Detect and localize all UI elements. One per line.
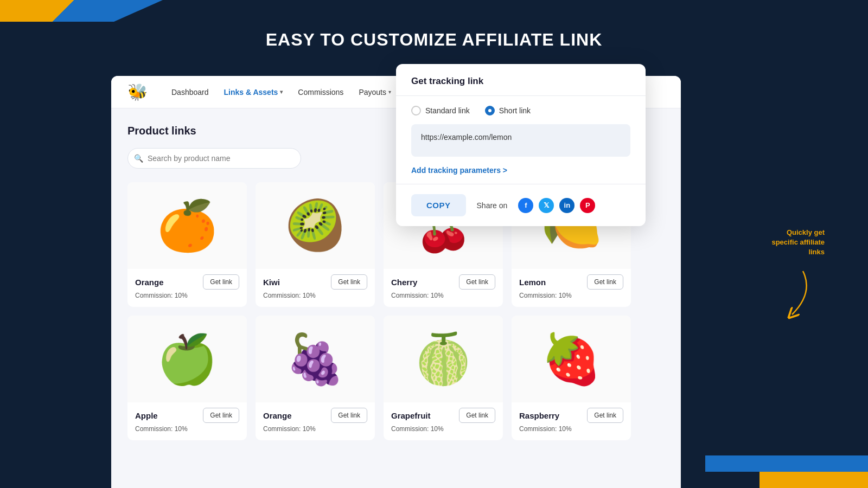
product-name-raspberry: Raspberry — [519, 411, 559, 420]
product-name-kiwi: Kiwi — [263, 278, 280, 287]
search-container: 🔍 — [127, 148, 301, 169]
get-link-button-grapes[interactable]: Get link — [331, 408, 367, 423]
product-name-grapes: Orange — [263, 411, 292, 420]
short-link-label: Short link — [499, 106, 531, 115]
product-name-apple: Apple — [135, 411, 158, 420]
nav-link-commissions[interactable]: Commissions — [298, 88, 343, 97]
apple-emoji: 🍏 — [157, 335, 218, 383]
nav-link-links-assets[interactable]: Links & Assets ▾ — [224, 88, 283, 97]
arrow-annotation: Quickly get specific affiliate links — [760, 260, 825, 328]
get-link-button-cherry[interactable]: Get link — [459, 274, 495, 290]
product-commission-grapefruit: Commission: 10% — [384, 423, 503, 433]
nav-item-payouts[interactable]: Payouts ▾ — [359, 88, 391, 97]
grapefruit-emoji: 🍈 — [413, 335, 474, 383]
radio-short-link[interactable]: Short link — [485, 106, 531, 115]
nav-link-payouts[interactable]: Payouts ▾ — [359, 88, 391, 97]
navbar-logo: 🐝 — [127, 82, 150, 101]
radio-circle-standard — [411, 106, 421, 115]
popup-link-options: Standard link Short link — [396, 96, 646, 115]
product-info-lemon: Lemon Get link — [512, 269, 631, 290]
product-info-cherry: Cherry Get link — [384, 269, 503, 290]
popup-footer: COPY Share on f 𝕏 in P — [396, 184, 646, 226]
social-icons: f 𝕏 in P — [518, 198, 595, 213]
product-info-kiwi: Kiwi Get link — [256, 269, 375, 290]
add-tracking-parameters-link[interactable]: Add tracking parameters > — [411, 166, 507, 175]
product-image-kiwi: 🥝 — [256, 182, 375, 269]
share-on-label: Share on — [477, 201, 508, 210]
kiwi-emoji: 🥝 — [285, 201, 346, 250]
product-card-orange: 🍊 Orange Get link Commission: 10% — [127, 182, 247, 307]
pinterest-icon[interactable]: P — [580, 198, 595, 213]
product-commission-apple: Commission: 10% — [127, 423, 247, 433]
bottom-right-accent-gold — [760, 472, 868, 488]
product-image-raspberry: 🍓 — [512, 316, 631, 402]
product-image-orange: 🍊 — [127, 182, 247, 269]
tracking-popup: Get tracking link Standard link Short li… — [396, 64, 646, 226]
product-commission-lemon: Commission: 10% — [512, 290, 631, 299]
nav-item-commissions[interactable]: Commissions — [298, 87, 343, 97]
popup-tracking-link: Add tracking parameters > — [396, 165, 646, 184]
get-link-button-apple[interactable]: Get link — [203, 408, 239, 423]
product-card-apple: 🍏 Apple Get link Commission: 10% — [127, 316, 247, 440]
product-commission-grapes: Commission: 10% — [256, 423, 375, 433]
grapes-emoji: 🍇 — [285, 335, 346, 383]
get-link-button-grapefruit[interactable]: Get link — [459, 408, 495, 423]
radio-circle-short — [485, 106, 495, 115]
product-card-grapes: 🍇 Orange Get link Commission: 10% — [256, 316, 375, 440]
standard-link-label: Standard link — [425, 106, 470, 115]
raspberry-emoji: 🍓 — [541, 335, 602, 383]
product-info-raspberry: Raspberry Get link — [512, 402, 631, 423]
copy-button[interactable]: COPY — [411, 194, 466, 216]
get-link-button-kiwi[interactable]: Get link — [331, 274, 367, 290]
popup-url-box: https://example.com/lemon — [411, 124, 630, 157]
get-link-button-orange[interactable]: Get link — [203, 274, 239, 290]
product-name-orange: Orange — [135, 278, 164, 287]
orange-emoji: 🍊 — [157, 201, 218, 250]
twitter-icon[interactable]: 𝕏 — [539, 198, 554, 213]
product-name-lemon: Lemon — [519, 278, 546, 287]
facebook-icon[interactable]: f — [518, 198, 533, 213]
bottom-right-accent-blue — [705, 455, 868, 472]
popup-header: Get tracking link — [396, 64, 646, 96]
product-info-apple: Apple Get link — [127, 402, 247, 423]
get-link-button-raspberry[interactable]: Get link — [587, 408, 623, 423]
curved-arrow-svg — [760, 260, 825, 325]
product-image-grapes: 🍇 — [256, 316, 375, 402]
nav-item-links-assets[interactable]: Links & Assets ▾ — [224, 88, 283, 97]
product-commission-cherry: Commission: 10% — [384, 290, 503, 299]
product-card-kiwi: 🥝 Kiwi Get link Commission: 10% — [256, 182, 375, 307]
product-name-cherry: Cherry — [391, 278, 417, 287]
popup-title: Get tracking link — [411, 76, 630, 87]
search-input[interactable] — [127, 148, 301, 169]
product-image-apple: 🍏 — [127, 316, 247, 402]
product-card-grapefruit: 🍈 Grapefruit Get link Commission: 10% — [384, 316, 503, 440]
product-info-grapefruit: Grapefruit Get link — [384, 402, 503, 423]
product-commission-kiwi: Commission: 10% — [256, 290, 375, 299]
annotation-text: Quickly get specific affiliate links — [760, 228, 825, 258]
radio-standard-link[interactable]: Standard link — [411, 106, 470, 115]
nav-link-dashboard[interactable]: Dashboard — [171, 88, 209, 97]
nav-item-dashboard[interactable]: Dashboard — [171, 87, 209, 97]
product-image-grapefruit: 🍈 — [384, 316, 503, 402]
links-assets-arrow-icon: ▾ — [280, 89, 283, 95]
search-icon: 🔍 — [134, 154, 143, 163]
product-info-orange: Orange Get link — [127, 269, 247, 290]
product-commission-raspberry: Commission: 10% — [512, 423, 631, 433]
product-commission-orange: Commission: 10% — [127, 290, 247, 299]
get-link-button-lemon[interactable]: Get link — [587, 274, 623, 290]
payouts-arrow-icon: ▾ — [388, 89, 391, 95]
bee-icon: 🐝 — [127, 82, 148, 101]
product-card-raspberry: 🍓 Raspberry Get link Commission: 10% — [512, 316, 631, 440]
product-name-grapefruit: Grapefruit — [391, 411, 431, 420]
linkedin-icon[interactable]: in — [559, 198, 575, 213]
product-info-grapes: Orange Get link — [256, 402, 375, 423]
